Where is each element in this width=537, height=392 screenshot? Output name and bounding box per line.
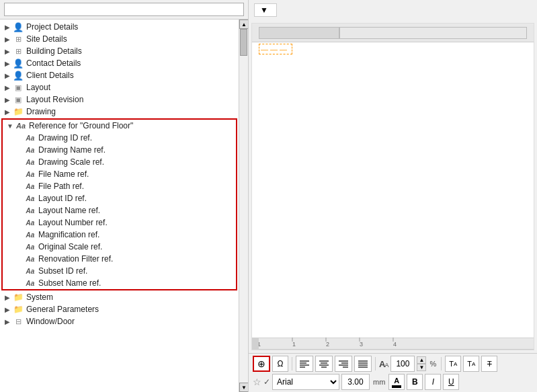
- ref-icon: Aa: [15, 121, 27, 130]
- tree-item-site-details[interactable]: ▶ ⊞ Site Details: [0, 33, 239, 45]
- ref-child-icon: Aa: [24, 182, 36, 191]
- tree-label: Project Details: [26, 22, 78, 32]
- scroll-down-btn[interactable]: ▼: [239, 383, 248, 392]
- tree-item-subset-id-ref[interactable]: Aa Subset ID ref.: [3, 265, 236, 277]
- justify-icon: [358, 360, 368, 368]
- tree-label: File Name ref.: [38, 169, 89, 179]
- font-size-up-btn[interactable]: ▲: [417, 356, 426, 364]
- search-bar: [0, 0, 248, 19]
- main-container: ▶ 👤 Project Details ▶ ⊞ Site Details ▶ ⊞…: [0, 0, 537, 392]
- tree-label: Drawing: [26, 107, 56, 116]
- tree-item-layout-revision[interactable]: ▶ ▣ Layout Revision: [0, 93, 239, 106]
- tree-item-magnification-ref[interactable]: Aa Magnification ref.: [3, 229, 236, 241]
- tree-label: Drawing ID ref.: [38, 133, 92, 143]
- color-button[interactable]: A: [388, 374, 405, 390]
- align-center-button[interactable]: [315, 356, 333, 372]
- scroll-up-btn[interactable]: ▲: [239, 19, 248, 29]
- person-icon: 👤: [12, 71, 24, 80]
- tree-label: File Path ref.: [38, 182, 84, 191]
- justify-button[interactable]: [354, 356, 372, 372]
- tree-item-file-path-ref[interactable]: Aa File Path ref.: [3, 180, 236, 192]
- tree-item-building-details[interactable]: ▶ ⊞ Building Details: [0, 45, 239, 57]
- tree-item-original-scale-ref[interactable]: Aa Original Scale ref.: [3, 241, 236, 253]
- subscript-button[interactable]: TA: [463, 356, 479, 372]
- tree-label: Window/Door: [26, 317, 75, 326]
- toggle-icon: ▶: [3, 294, 12, 301]
- tree-item-client-details[interactable]: ▶ 👤 Client Details: [0, 69, 239, 81]
- tree-item-general-parameters[interactable]: ▶ 📁 General Parameters: [0, 303, 239, 315]
- canvas-area: — — — 1 1 2 3 4: [251, 23, 534, 350]
- tree-vertical-scrollbar[interactable]: ▲ ▼: [239, 19, 248, 392]
- dropdown-button[interactable]: ▼: [254, 3, 277, 17]
- tree-item-subset-name-ref[interactable]: Aa Subset Name ref.: [3, 277, 236, 289]
- toggle-icon: ▶: [3, 60, 12, 67]
- toggle-icon: ▶: [3, 96, 12, 104]
- tree-item-window-door[interactable]: ▶ ⊟ Window/Door: [0, 315, 239, 327]
- ref-child-icon: Aa: [24, 266, 36, 276]
- grid-icon: ⊞: [12, 46, 24, 56]
- separator: [292, 357, 292, 370]
- selected-group: ▼ Aa Reference for "Ground Floor" Aa Dra…: [1, 118, 237, 290]
- tree-item-contact-details[interactable]: ▶ 👤 Contact Details: [0, 57, 239, 69]
- tree-item-reference-ground-floor[interactable]: ▼ Aa Reference for "Ground Floor": [3, 120, 236, 132]
- tree-item-renovation-filter-ref[interactable]: Aa Renovation Filter ref.: [3, 253, 236, 265]
- tree-area: ▶ 👤 Project Details ▶ ⊞ Site Details ▶ ⊞…: [0, 19, 239, 392]
- checkmark-icon: ✓: [263, 377, 270, 387]
- separator: [441, 357, 442, 370]
- tree-item-drawing[interactable]: ▶ 📁 Drawing: [0, 106, 239, 118]
- tree-item-system[interactable]: ▶ 📁 System: [0, 291, 239, 303]
- layout-icon: ▣: [12, 95, 24, 104]
- special-char-button[interactable]: ⊕: [253, 356, 270, 372]
- strikethrough-button[interactable]: T: [481, 356, 497, 372]
- ref-child-icon: Aa: [24, 169, 36, 179]
- font-size-mm-input[interactable]: [341, 374, 370, 390]
- tree-item-drawing-id-ref[interactable]: Aa Drawing ID ref.: [3, 132, 236, 144]
- tree-label: Contact Details: [26, 58, 81, 68]
- toggle-icon: ▶: [3, 24, 12, 31]
- tree-label: Client Details: [26, 71, 74, 80]
- tree-item-file-name-ref[interactable]: Aa File Name ref.: [3, 168, 236, 180]
- bold-button[interactable]: B: [407, 374, 423, 390]
- ruler-svg: 1 1 2 3 4: [252, 338, 534, 350]
- tree-item-project-details[interactable]: ▶ 👤 Project Details: [0, 21, 239, 33]
- tree-label: Drawing Scale ref.: [38, 157, 104, 167]
- italic-button[interactable]: I: [425, 374, 441, 390]
- tree-item-layout-name-ref[interactable]: Aa Layout Name ref.: [3, 204, 236, 217]
- canvas-inner: — — —: [252, 24, 534, 338]
- tree-item-layout[interactable]: ▶ ▣ Layout: [0, 81, 239, 93]
- tree-label: Magnification ref.: [38, 230, 99, 239]
- tree-label: Drawing Name ref.: [38, 145, 106, 155]
- font-size-input[interactable]: [390, 356, 415, 372]
- canvas-ruler: 1 1 2 3 4: [252, 338, 534, 350]
- font-size-down-btn[interactable]: ▼: [417, 364, 426, 371]
- superscript-button[interactable]: TA: [445, 356, 461, 372]
- tree-label: Layout Number ref.: [38, 218, 108, 227]
- scroll-thumb[interactable]: [240, 29, 247, 56]
- align-left-button[interactable]: [296, 356, 313, 372]
- tree-item-layout-id-ref[interactable]: Aa Layout ID ref.: [3, 192, 236, 204]
- font-size-sub-label: A: [384, 362, 388, 368]
- tree-label: Layout Revision: [26, 95, 83, 104]
- tree-item-drawing-scale-ref[interactable]: Aa Drawing Scale ref.: [3, 156, 236, 168]
- tree-item-drawing-name-ref[interactable]: Aa Drawing Name ref.: [3, 144, 236, 156]
- underline-button[interactable]: U: [443, 374, 459, 390]
- left-panel: ▶ 👤 Project Details ▶ ⊞ Site Details ▶ ⊞…: [0, 0, 249, 392]
- top-bar: ▼: [249, 0, 537, 20]
- tree-label: Building Details: [26, 46, 82, 56]
- search-input[interactable]: [4, 3, 244, 16]
- tree-item-layout-number-ref[interactable]: Aa Layout Number ref.: [3, 217, 236, 229]
- favorite-star-icon[interactable]: ☆: [253, 377, 261, 387]
- font-select[interactable]: Arial: [272, 374, 339, 390]
- toggle-icon: ▶: [3, 108, 12, 116]
- dropdown-label: ▼: [260, 5, 268, 15]
- ref-child-icon: Aa: [24, 133, 36, 143]
- ref-child-icon: Aa: [24, 157, 36, 167]
- ref-child-icon: Aa: [24, 242, 36, 251]
- tree-label: General Parameters: [26, 305, 99, 314]
- align-right-button[interactable]: [335, 356, 352, 372]
- grid-icon: ⊞: [12, 34, 24, 44]
- right-panel: ▼ — — — 1 1: [249, 0, 537, 392]
- align-left-icon: [300, 360, 309, 368]
- ref-child-icon: Aa: [24, 145, 36, 155]
- omega-button[interactable]: Ω: [272, 356, 288, 372]
